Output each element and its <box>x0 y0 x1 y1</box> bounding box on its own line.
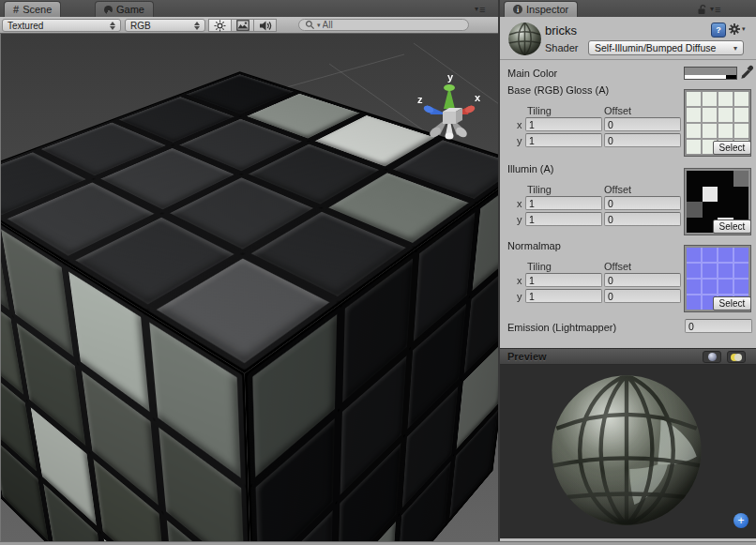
tab-bar: # Scene Game ▾≡ i Inspector ▾≡ <box>0 0 756 18</box>
preview-area[interactable]: + <box>500 365 756 538</box>
texture-cell <box>687 248 701 262</box>
select-texture-button[interactable]: Select <box>713 220 751 234</box>
tiling-y-field[interactable] <box>525 212 602 226</box>
x-axis-label: x <box>517 275 522 286</box>
offset-x-field[interactable] <box>604 273 681 287</box>
search-scope-arrow-icon: ▾ <box>317 22 321 29</box>
tiling-y-field[interactable] <box>525 289 602 303</box>
sphere-icon <box>708 353 717 361</box>
texture-cell <box>718 248 733 262</box>
scene-viewport[interactable]: y x z <box>0 34 498 541</box>
offset-x-field[interactable] <box>604 117 681 131</box>
audio-toggle-button[interactable] <box>253 19 277 32</box>
search-input[interactable] <box>323 20 435 30</box>
texture-section-illumin: Illumin (A) Tiling Offset x y Select <box>500 163 756 240</box>
select-texture-button[interactable]: Select <box>713 141 751 155</box>
inspector-info-icon: i <box>513 5 522 14</box>
help-button[interactable]: ? <box>711 23 726 38</box>
offset-y-field[interactable] <box>604 289 681 303</box>
material-name: bricks <box>545 23 577 38</box>
material-header: bricks Shader Self-Illumin/Bumped Diffus… <box>500 17 756 60</box>
tab-game[interactable]: Game <box>95 1 154 17</box>
updown-arrows-icon <box>194 22 200 30</box>
scene-search-field[interactable]: ▾ <box>298 19 469 31</box>
settings-button[interactable]: ▾ <box>728 23 748 36</box>
channel-value: RGB <box>130 21 151 31</box>
sun-icon <box>214 20 226 32</box>
scene-panel-menu[interactable]: ▾≡ <box>475 4 485 15</box>
chevron-down-icon: ▾ <box>710 5 714 14</box>
select-texture-button[interactable]: Select <box>713 296 751 310</box>
tab-inspector[interactable]: i Inspector <box>504 1 578 17</box>
tiling-label: Tiling <box>527 105 552 116</box>
lighting-toggle-button[interactable] <box>208 19 232 32</box>
main-color-label: Main Color <box>507 68 557 79</box>
texture-cell <box>703 280 717 294</box>
plus-icon: + <box>737 515 744 526</box>
gizmo-x-label: x <box>475 92 481 103</box>
render-mode-dropdown[interactable]: Textured <box>2 19 121 32</box>
texture-cell <box>703 187 718 203</box>
texture-cell <box>687 124 701 138</box>
section-label: Normalmap <box>507 240 561 251</box>
texture-cell <box>734 108 748 122</box>
x-axis-label: x <box>517 119 522 130</box>
texture-cell <box>734 264 748 278</box>
shader-dropdown[interactable]: Self-Illumin/Bumped Diffuse ▾ <box>588 40 744 55</box>
menu-lines-icon: ≡ <box>715 5 720 14</box>
inspector-panel-menu[interactable]: ▾≡ <box>710 4 720 15</box>
lock-icon[interactable] <box>696 4 707 15</box>
updown-arrows-icon <box>110 22 115 30</box>
preview-lighting-button[interactable] <box>727 351 746 363</box>
tiling-y-field[interactable] <box>525 133 602 147</box>
emission-field[interactable] <box>685 319 752 333</box>
texture-cell <box>718 108 733 122</box>
texture-cell <box>687 140 701 154</box>
texture-cell <box>687 218 703 234</box>
main-color-swatch[interactable] <box>684 67 737 80</box>
texture-cell <box>687 280 701 294</box>
tiling-x-field[interactable] <box>525 117 602 131</box>
texture-cell <box>687 264 701 278</box>
channel-dropdown[interactable]: RGB <box>125 19 205 32</box>
menu-lines-icon: ≡ <box>479 5 485 14</box>
offset-label: Offset <box>604 261 631 272</box>
tab-game-label: Game <box>116 4 144 15</box>
texture-cell <box>718 187 733 203</box>
tab-scene[interactable]: # Scene <box>4 1 61 17</box>
window-bottom-edge <box>0 541 756 545</box>
inspector-panel: bricks Shader Self-Illumin/Bumped Diffus… <box>500 17 756 541</box>
offset-x-field[interactable] <box>604 196 681 210</box>
skybox-toggle-button[interactable] <box>231 19 254 32</box>
orientation-gizmo[interactable]: y x z <box>406 68 492 148</box>
tiling-label: Tiling <box>527 261 552 272</box>
alpha-bar <box>685 75 736 79</box>
help-icon: ? <box>716 25 721 35</box>
search-icon <box>305 20 315 30</box>
add-preview-button[interactable]: + <box>733 513 748 528</box>
texture-cell <box>687 171 703 187</box>
texture-cell <box>687 108 701 122</box>
preview-model-button[interactable] <box>703 351 721 363</box>
eyedropper-icon[interactable] <box>740 65 754 81</box>
tab-inspector-label: Inspector <box>526 4 568 15</box>
gizmo-y-label: y <box>447 71 454 83</box>
scene-toolbar: Textured RGB <box>0 17 498 34</box>
offset-label: Offset <box>604 184 631 195</box>
offset-label: Offset <box>604 105 631 116</box>
offset-y-field[interactable] <box>604 133 681 147</box>
preview-header[interactable]: Preview <box>500 348 756 365</box>
texture-cell <box>734 248 748 262</box>
texture-cell <box>703 108 717 122</box>
emission-label: Emission (Lightmapper) <box>507 322 616 333</box>
texture-cell <box>703 92 717 106</box>
tiling-x-field[interactable] <box>525 196 602 210</box>
offset-y-field[interactable] <box>604 212 681 226</box>
unity-editor-window: # Scene Game ▾≡ i Inspector ▾≡ Textured <box>0 0 756 545</box>
texture-cell <box>718 124 733 138</box>
y-axis-label: y <box>517 291 522 302</box>
texture-cell <box>733 202 749 218</box>
texture-cell <box>734 124 748 138</box>
texture-cell <box>733 171 749 187</box>
tiling-x-field[interactable] <box>525 273 602 287</box>
